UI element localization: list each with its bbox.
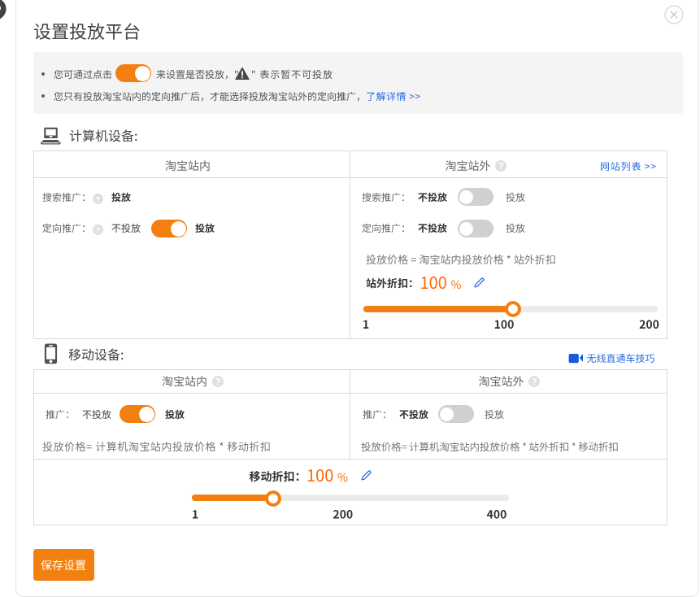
svg-text:?: ? [498, 162, 503, 171]
svg-text:?: ? [215, 377, 220, 386]
svg-text:?: ? [532, 377, 537, 386]
svg-text:?: ? [96, 225, 101, 234]
svg-text:?: ? [96, 194, 101, 203]
